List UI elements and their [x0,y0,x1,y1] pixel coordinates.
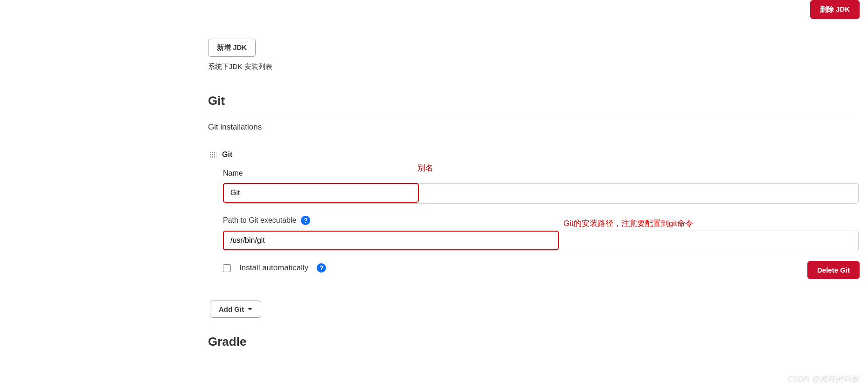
help-icon[interactable]: ? [301,216,310,225]
git-name-input[interactable] [223,183,419,203]
git-item-label: Git [222,151,232,159]
delete-git-button[interactable]: Delete Git [807,261,860,279]
add-git-label: Add Git [219,305,244,313]
jdk-list-description: 系统下JDK 安装列表 [208,62,859,71]
annotation-path: Git的安装路径，注意要配置到git命令 [563,218,693,229]
add-git-button[interactable]: Add Git [210,301,261,318]
add-jdk-button[interactable]: 新增 JDK [208,39,256,57]
help-icon[interactable]: ? [317,263,326,273]
git-path-label: Path to Git executable [223,216,296,225]
drag-handle-icon[interactable] [210,151,216,158]
delete-jdk-button[interactable]: 删除 JDK [810,0,860,19]
install-auto-label: Install automatically [239,263,308,273]
annotation-name: 别名 [417,163,433,173]
gradle-section-title: Gradle [208,335,859,349]
install-auto-checkbox[interactable] [223,264,231,272]
caret-down-icon [248,308,252,310]
git-name-label: Name [223,169,859,178]
git-path-input[interactable] [223,231,559,250]
git-installations-label: Git installations [208,123,859,132]
watermark: CSDN @搬砖的码蚁 [787,374,860,384]
git-section-title: Git [208,94,854,112]
